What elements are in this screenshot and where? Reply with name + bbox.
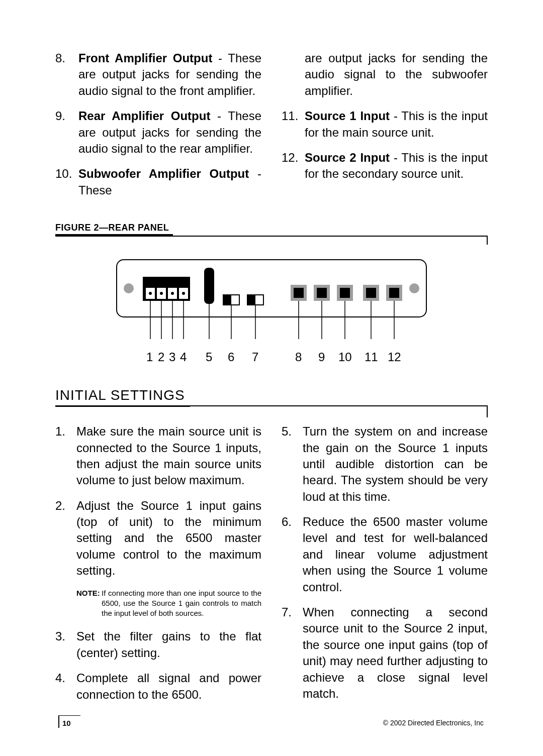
rear-panel-diagram: 1 2 3 4 5 6 7 8 9 10 11 12 <box>116 259 427 367</box>
desc-item: 9. Rear Amplifier Output - These are out… <box>78 108 261 157</box>
initial-settings: 1. Make sure the main source unit is con… <box>55 423 488 712</box>
step-item: 7. When connecting a second source unit … <box>303 604 488 702</box>
diagram-num: 3 <box>169 349 175 365</box>
svg-rect-26 <box>389 288 399 298</box>
svg-point-10 <box>171 292 174 295</box>
diagram-num: 8 <box>295 349 302 365</box>
diagram-num: 12 <box>388 349 401 365</box>
svg-rect-24 <box>366 288 376 298</box>
desc-item: 11. Source 1 Input - This is the input f… <box>305 108 488 141</box>
step-item: 5. Turn the system on and increase the g… <box>303 423 488 505</box>
diagram-num: 10 <box>338 349 352 365</box>
desc-bold: Source 1 Input <box>305 109 390 123</box>
step-item: 3. Set the filter gains to the flat (cen… <box>76 628 261 661</box>
svg-rect-22 <box>340 288 350 298</box>
desc-bold: Subwoofer Amplifier Output <box>78 167 249 180</box>
diagram-number-labels: 1 2 3 4 5 6 7 8 9 10 11 12 <box>116 349 427 367</box>
rule-tick-icon <box>487 405 488 417</box>
step-num: 5. <box>282 423 292 440</box>
diagram-num: 7 <box>252 349 258 365</box>
step-text: Reduce the 6500 master volume level and … <box>303 515 488 594</box>
desc-bold: Rear Amplifier Output <box>78 109 210 123</box>
svg-point-11 <box>182 292 185 295</box>
step-text: Turn the system on and increase the gain… <box>303 424 488 503</box>
step-num: 4. <box>55 670 65 686</box>
desc-num: 9. <box>55 108 65 124</box>
step-item: 6. Reduce the 6500 master volume level a… <box>303 514 488 595</box>
note-block: NOTE: If connecting more than one input … <box>55 588 261 619</box>
desc-num: 8. <box>55 50 65 66</box>
figure-label: FIGURE 2—REAR PANEL <box>55 222 173 236</box>
figure-label-rule: FIGURE 2—REAR PANEL <box>55 223 488 237</box>
diagram-num: 11 <box>365 349 378 365</box>
diagram-num: 1 <box>146 349 153 365</box>
svg-point-2 <box>409 283 419 293</box>
svg-rect-16 <box>247 295 255 305</box>
desc-num: 11. <box>282 108 298 124</box>
desc-num: 10. <box>55 166 72 182</box>
page-footer: 10 © 2002 Directed Electronics, Inc <box>58 715 484 728</box>
step-item: 1. Make sure the main source unit is con… <box>76 423 261 489</box>
desc-bold: Front Amplifier Output <box>78 51 212 65</box>
desc-item: 8. Front Amplifier Output - These are ou… <box>78 50 261 99</box>
diagram-num: 6 <box>228 349 234 365</box>
diagram-num: 5 <box>206 349 212 365</box>
page-number: 10 <box>58 715 80 728</box>
step-text: Make sure the main source unit is connec… <box>76 424 261 487</box>
copyright-text: © 2002 Directed Electronics, Inc <box>383 718 484 728</box>
svg-point-1 <box>124 283 134 293</box>
desc-item: 10. Subwoofer Amplifier Output - These <box>78 166 261 198</box>
desc-bold: Source 2 Input <box>305 151 390 164</box>
item-descriptions: 8. Front Amplifier Output - These are ou… <box>55 50 488 207</box>
step-text: Complete all signal and power connection… <box>76 671 261 701</box>
step-num: 2. <box>55 498 65 514</box>
step-item: 4. Complete all signal and power connect… <box>76 670 261 703</box>
desc-continued: are output jacks for sending the audio s… <box>282 50 488 99</box>
rule-tick-icon <box>487 236 488 245</box>
note-text: If connecting more than one input source… <box>102 588 261 619</box>
svg-point-9 <box>160 292 163 295</box>
diagram-num: 2 <box>158 349 164 365</box>
section-heading: INITIAL SETTINGS <box>55 385 190 407</box>
step-num: 1. <box>55 423 65 440</box>
note-label: NOTE: <box>76 588 102 619</box>
desc-item: 12. Source 2 Input - This is the input f… <box>305 150 488 182</box>
step-num: 3. <box>55 628 65 644</box>
step-item: 2. Adjust the Source 1 input gains (top … <box>76 498 261 579</box>
step-num: 6. <box>282 514 292 530</box>
diagram-num: 9 <box>318 349 325 365</box>
svg-rect-12 <box>204 268 214 304</box>
svg-rect-18 <box>294 288 304 298</box>
section-rule: INITIAL SETTINGS <box>55 385 488 406</box>
desc-num: 12. <box>282 150 298 166</box>
step-num: 7. <box>282 604 292 620</box>
svg-rect-20 <box>317 288 327 298</box>
step-text: Adjust the Source 1 input gains (top of … <box>76 499 261 578</box>
step-text: When connecting a second source unit to … <box>303 605 488 700</box>
diagram-num: 4 <box>180 349 187 365</box>
svg-point-8 <box>149 292 152 295</box>
svg-rect-14 <box>223 295 231 305</box>
step-text: Set the filter gains to the flat (center… <box>76 629 261 659</box>
